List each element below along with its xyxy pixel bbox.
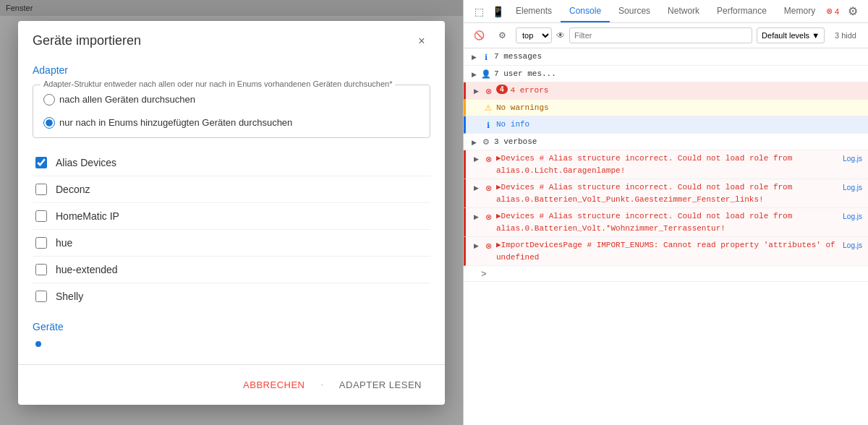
expand-icon-2: ▶ [469,70,478,79]
console-group-info[interactable]: ℹ No info [464,116,868,134]
console-filter-bar: 🚫 ⚙ top 👁 Default levels ▼ 3 hidd [464,23,868,48]
radio-enums-input[interactable] [43,117,55,129]
checkbox-alias[interactable] [35,157,47,168]
console-error-3-text: ▶Devices # Alias structure incorrect. Co… [496,210,837,234]
adapter-section-title: Adapter [33,59,430,76]
radio-all-label: nach allen Geräten durchsuchen [59,94,195,105]
console-error-3[interactable]: ▶ ⊗ ▶Devices # Alias structure incorrect… [464,208,868,237]
fieldset-legend: Adapter-Struktur entweder nach allen ode… [41,80,395,88]
adapter-item-homematic[interactable]: HomeMatic IP [33,203,430,230]
chevron-down-icon: ▼ [812,31,820,40]
console-error-4[interactable]: ▶ ⊗ ▶ImportDevicesPage # IMPORT_ENUMS: C… [464,237,868,266]
expand-icon-prompt [469,270,478,279]
context-selector[interactable]: top [516,27,552,43]
log-ref-3[interactable]: Log.js [843,212,862,220]
tab-memory[interactable]: Memory [775,1,822,22]
radio-enums-label: nur nach in Enums hinzugefügten Geräten … [59,117,292,128]
adapter-item-hue-extended[interactable]: hue-extended [33,257,430,283]
tab-network[interactable]: Network [659,1,708,22]
modal-overlay: Geräte importieren × Adapter Adapter-Str… [0,0,463,425]
adapter-item-deconz[interactable]: Deconz [33,176,430,203]
error-icon-1: ⊗ [483,154,493,164]
tab-performance[interactable]: Performance [708,1,775,22]
expand-icon-verbose: ▶ [469,138,478,147]
loading-indicator [35,341,41,347]
console-error-2[interactable]: ▶ ⊗ ▶Devices # Alias structure incorrect… [464,179,868,208]
console-group-errors[interactable]: ▶ ⊗ 4 4 errors [464,82,868,100]
checkbox-alias-label: Alias Devices [56,157,116,168]
console-group-messages[interactable]: ▶ ℹ 7 messages [464,48,868,66]
console-error-1-text: ▶Devices # Alias structure incorrect. Co… [496,153,837,176]
log-ref-4[interactable]: Log.js [843,241,862,249]
checkbox-hue[interactable] [35,237,47,249]
console-group-warnings[interactable]: ⚠ No warnings [464,100,868,117]
browser-area: Fenster Geräte importieren × Adapter Ada… [0,0,463,425]
console-filter-input[interactable] [569,27,752,43]
expand-icon-e4: ▶ [472,241,480,250]
radio-all-input[interactable] [43,94,55,106]
clear-console-button[interactable]: 🚫 [469,26,488,45]
geraete-section: Geräte [33,315,430,347]
checkbox-deconz[interactable] [35,184,47,195]
error-icon-4: ⊗ [483,241,493,251]
expand-icon-e1: ▶ [472,155,480,163]
checkbox-homematic[interactable] [35,210,47,222]
error-count-badge-msg: 4 [496,85,508,94]
geraete-section-title: Geräte [33,315,430,332]
log-ref-1[interactable]: Log.js [843,155,862,163]
expand-icon-warn [472,104,480,113]
adapter-item-shelly[interactable]: Shelly [33,283,430,309]
checkbox-shelly[interactable] [35,291,47,302]
console-group-verbose[interactable]: ▶ ⚙ 3 verbose [464,134,868,151]
expand-icon-errors: ▶ [472,87,480,95]
radio-all-devices[interactable]: nach allen Geräten durchsuchen [43,94,195,106]
console-errors-text: 4 errors [511,85,862,97]
checkbox-homematic-label: HomeMatic IP [56,210,119,222]
modal-title: Geräte importieren [33,33,141,48]
checkbox-hue-extended-label: hue-extended [56,264,118,275]
adapter-item-hue[interactable]: hue [33,230,430,257]
devtools-tabs-bar: Elements Console Sources Network Perform… [507,0,822,23]
error-icon: ⊗ [483,86,493,96]
modal-close-button[interactable]: × [413,33,430,50]
tab-console[interactable]: Console [561,1,610,22]
warn-icon: ⚠ [483,103,493,113]
checkbox-hue-extended[interactable] [35,264,47,275]
expand-icon: ▶ [469,53,478,61]
checkbox-shelly-label: Shelly [56,291,83,302]
device-toolbar-button[interactable]: 📱 [488,2,507,21]
console-prompt-row[interactable]: > [464,266,868,282]
modal-footer: ABBRECHEN · ADAPTER LESEN [18,364,445,405]
info-icon: ℹ [483,120,493,130]
devtools-toolbar: ⬚ 📱 Elements Console Sources Network Per… [464,0,868,23]
modal-header: Geräte importieren × [18,21,445,59]
adapter-checkbox-list: Alias Devices Deconz HomeMatic IP hue [33,150,430,309]
checkbox-hue-label: hue [56,237,72,249]
devtools-panel: ⬚ 📱 Elements Console Sources Network Per… [463,0,868,425]
expand-icon-info [472,121,480,129]
tab-elements[interactable]: Elements [507,1,561,22]
cancel-button[interactable]: ABBRECHEN [234,374,313,396]
console-info-text: No info [496,119,862,131]
console-error-1[interactable]: ▶ ⊗ ▶Devices # Alias structure incorrect… [464,150,868,179]
verbose-icon: ⚙ [481,137,491,147]
tab-sources[interactable]: Sources [610,1,659,22]
checkbox-deconz-label: Deconz [56,184,90,195]
adapter-item-alias[interactable]: Alias Devices [33,150,430,176]
default-levels-button[interactable]: Default levels ▼ [757,27,825,43]
radio-enums-devices[interactable]: nur nach in Enums hinzugefügten Geräten … [43,117,292,129]
console-messages: ▶ ℹ 7 messages ▶ 👤 7 user mes... ▶ ⊗ 4 4… [464,48,868,425]
console-settings-button[interactable]: ⚙ [493,26,511,45]
console-message-text: 7 messages [494,51,862,63]
console-group-user-messages[interactable]: ▶ 👤 7 user mes... [464,66,868,83]
expand-icon-e2: ▶ [472,184,480,192]
adapter-fieldset: Adapter-Struktur entweder nach allen ode… [33,85,430,138]
console-user-message-text: 7 user mes... [494,68,862,80]
log-ref-2[interactable]: Log.js [843,184,862,192]
console-error-4-text: ▶ImportDevicesPage # IMPORT_ENUMS: Canno… [496,239,837,263]
adapter-lesen-button[interactable]: ADAPTER LESEN [331,374,430,396]
expand-icon-e3: ▶ [472,212,480,221]
error-icon-2: ⊗ [483,183,493,193]
inspect-element-button[interactable]: ⬚ [469,2,488,21]
devtools-settings-button[interactable]: ⚙ [843,2,862,21]
